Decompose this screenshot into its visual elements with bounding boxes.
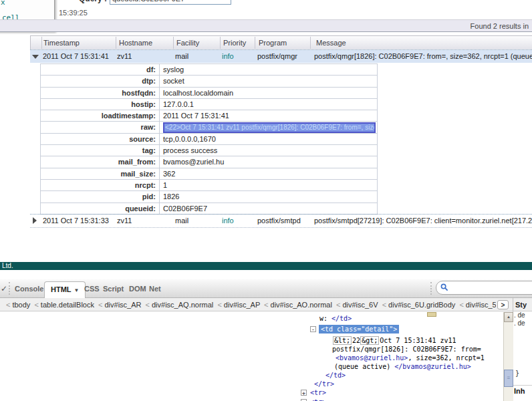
tab-dom[interactable]: DOM (129, 285, 146, 293)
detail-key: tag: (41, 145, 160, 156)
detail-row: queueid:C02B06F9E7 (40, 203, 378, 215)
query-label: Query : (79, 0, 107, 3)
breadcrumb-item[interactable]: div#isc_AP (224, 301, 260, 309)
selected-node[interactable]: <td class="detail"> (319, 325, 399, 333)
tab-style[interactable]: Sty (515, 301, 527, 309)
crumb-separator: < (32, 301, 40, 309)
table-row[interactable]: 2011 Oct 7 15:31:41 zv11 mail info postf… (30, 50, 532, 63)
detail-key: source: (41, 134, 160, 144)
breadcrumb-item[interactable]: div#isc_AO.normal (271, 301, 332, 309)
tree-text-line[interactable]: <bvamos@zuriel.hu>, size=362, nrcpt=1 (336, 354, 485, 362)
search-box[interactable] (436, 281, 532, 295)
collapse-node-icon[interactable]: - (310, 326, 316, 332)
column-separator (116, 37, 116, 49)
detail-value: localhost.localdomain (160, 88, 377, 98)
tree-line[interactable]: <tr> (310, 398, 326, 401)
detail-row: hostip:127.0.0.1 (40, 99, 378, 110)
breadcrumb: <tbody <table.detailBlock <div#isc_AR <d… (4, 301, 496, 309)
tab-html[interactable]: HTML▼ (44, 281, 86, 298)
page-footer-bar: Ltd. (0, 262, 532, 270)
detail-value: tcp,0.0.0.0,1670 (160, 134, 377, 144)
breadcrumb-item[interactable]: div#isc_6V (342, 301, 378, 309)
tree-close-tag: </td> (331, 315, 352, 322)
inherited-header: Inh (514, 387, 525, 395)
selected-tag: <td class="detail"> (319, 325, 399, 333)
detail-key: dtp: (41, 76, 160, 86)
firebug-icon[interactable]: ✓ (1, 284, 7, 293)
tab-net[interactable]: Net (149, 285, 161, 293)
tree-close-tag: </tr> (314, 380, 334, 388)
column-separator (255, 37, 255, 49)
css-rule-fragment: . de (514, 319, 525, 327)
crumb-separator: < (380, 301, 388, 309)
detail-value: syslog (160, 64, 377, 75)
column-header-hostname[interactable]: Hostname (119, 39, 152, 47)
breadcrumb-item[interactable]: div#isc_6U.gridBody (388, 301, 455, 309)
context-menu-item[interactable]: x (1, 0, 5, 7)
raw-value-selected[interactable]: <22>Oct 7 15:31:41 zv11 postfix/qmgr[182… (163, 122, 376, 132)
tab-console[interactable]: Console (15, 285, 43, 293)
expand-row-icon[interactable] (33, 217, 37, 224)
tree-line[interactable]: </td> (325, 371, 346, 380)
breadcrumb-item[interactable]: table.detailBlock (41, 301, 94, 309)
firebug-toolbar: ✓ Console HTML▼ CSS Script DOM Net (0, 279, 532, 298)
panel-rule (513, 385, 532, 386)
tab-script[interactable]: Script (103, 285, 124, 293)
tab-css[interactable]: CSS (84, 285, 100, 293)
detail-key: mail_from: (41, 156, 160, 167)
search-input[interactable] (451, 282, 532, 293)
column-header-program[interactable]: Program (259, 39, 287, 47)
collapse-row-icon[interactable] (32, 55, 39, 59)
results-bar: Found 2 results in (0, 19, 532, 32)
screen: Query : 15:39:25 x cell ble Found 2 resu… (0, 0, 532, 401)
detail-row-raw: raw:<22>Oct 7 15:31:41 zv11 postfix/qmgr… (40, 122, 378, 133)
crumb-next-button[interactable]: > (497, 300, 509, 309)
tree-open-tag: <tr> (310, 389, 326, 396)
cell-facility: mail (175, 52, 188, 60)
scrollbar-thumb[interactable]: ≡ (504, 370, 513, 387)
column-separator (310, 37, 311, 49)
table-row[interactable]: 2011 Oct 7 15:31:33 zv11 mail info postf… (30, 215, 532, 227)
scroll-marker (427, 312, 436, 317)
column-header-facility[interactable]: Facility (176, 39, 199, 47)
tree-open-tag: <bvamos@zuriel.hu> (336, 354, 408, 362)
column-header-timestamp[interactable]: Timestamp (43, 39, 80, 47)
tree-close-tag: </td> (325, 372, 346, 379)
breadcrumb-item[interactable]: div#isc_AR (104, 301, 141, 309)
detail-row: mail_size:362 (40, 168, 378, 180)
detail-value: C02B06F9E7 (160, 203, 377, 214)
timestamp-text: 15:39:25 (59, 9, 88, 17)
tree-text: (queue active) (334, 363, 394, 370)
breadcrumb-item[interactable]: div#isc_5V (466, 301, 496, 309)
tree-text-line[interactable]: &lt;22&gt;Oct 7 15:31:41 zv11 (333, 336, 456, 345)
detail-key: mail_size: (41, 168, 160, 179)
tree-open-tag: <tr> (310, 398, 326, 401)
column-header-message[interactable]: Message (316, 39, 346, 47)
vertical-scrollbar[interactable]: ▲ ≡ (503, 312, 513, 401)
column-header-priority[interactable]: Priority (223, 39, 246, 47)
query-input[interactable] (110, 0, 231, 5)
tree-text-line[interactable]: postfix/qmgr[1826]: C02B06F9E7: from= (332, 345, 481, 354)
detail-row: df:syslog (40, 64, 378, 76)
crumb-separator: < (215, 301, 223, 309)
detail-row: tag:process success (40, 145, 378, 156)
cell-timestamp: 2011 Oct 7 15:31:33 (43, 217, 109, 225)
scroll-up-button[interactable]: ▲ (504, 312, 513, 322)
detail-key: loadtimestamp: (41, 110, 160, 121)
tree-text-line[interactable]: (queue active) </bvamos@zuriel.hu> (334, 362, 471, 371)
tree-line[interactable]: w: </td> (319, 314, 352, 323)
tree-line[interactable]: <tr> (310, 388, 326, 397)
detail-row: mail_from:bvamos@zuriel.hu (40, 156, 378, 168)
breadcrumb-item[interactable]: div#isc_AQ.normal (152, 301, 213, 309)
footer-text: Ltd. (2, 262, 13, 270)
expand-node-icon[interactable]: + (301, 390, 307, 396)
css-brace-fragment: } (515, 370, 519, 377)
detail-row: source:tcp,0.0.0.0,1670 (40, 134, 378, 145)
results-count-text: Found 2 results in (471, 22, 529, 30)
detail-key: nrcpt: (41, 180, 160, 190)
column-separator (41, 37, 42, 49)
breadcrumb-item[interactable]: tbody (12, 301, 30, 309)
crumb-separator: < (144, 301, 152, 309)
tree-line[interactable]: </tr> (314, 380, 334, 388)
detail-key: hostfqdn: (41, 88, 160, 98)
